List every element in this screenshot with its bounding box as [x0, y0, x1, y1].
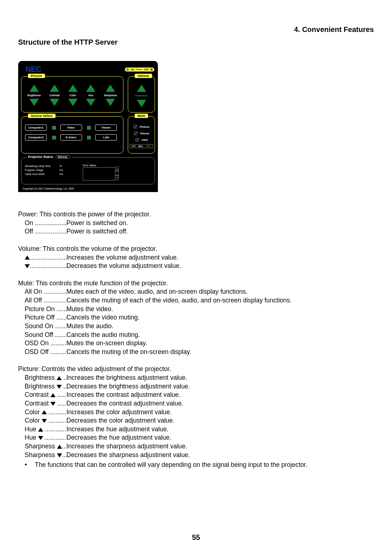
mute-all-label: ALL	[138, 145, 144, 147]
scroll-up-icon[interactable]: ▴	[115, 167, 119, 171]
desc: Cancels the audio muting.	[66, 331, 374, 339]
mute-all-on: ON	[131, 145, 136, 147]
http-server-ui-screenshot: NEC ON Power OFF Picture Brightness	[18, 61, 158, 192]
mute-all-off: OFF	[146, 145, 152, 147]
sharpness-down-icon[interactable]	[106, 99, 115, 106]
source-viewer-button[interactable]: Viewer	[95, 125, 117, 131]
term: Brightness ...	[25, 374, 66, 382]
term: All On ..............	[25, 288, 66, 296]
mute-sound-button[interactable]: Sound	[134, 131, 149, 135]
term: OSD Off ..........	[25, 348, 66, 357]
source-computer1-button[interactable]: Computer1	[25, 125, 47, 131]
mute-group-label: Mute	[135, 114, 148, 118]
term: Picture On .......	[25, 305, 66, 314]
error-status-label: Error Status	[83, 164, 96, 167]
mute-head: Mute: This controls the mute function of…	[18, 279, 374, 288]
volume-down-icon[interactable]	[137, 100, 146, 107]
hue-down-icon[interactable]	[86, 99, 95, 106]
term: On ...................	[25, 219, 66, 228]
triangle-up-icon	[38, 428, 43, 432]
desc: Cancels the muting of the on-screen disp…	[66, 348, 374, 357]
mute-toggle-icon	[135, 138, 139, 142]
color-up-icon[interactable]	[68, 85, 78, 92]
projector-usage-unit: hrs	[60, 168, 68, 172]
source-select-label: Source Select	[28, 114, 56, 118]
volume-description: Volume: This controls the volume of the …	[18, 245, 374, 270]
contrast-down-icon[interactable]	[50, 99, 59, 106]
source-computer2-button[interactable]: Computer2	[25, 134, 47, 140]
term: All Off ..............	[25, 296, 66, 305]
triangle-up-icon	[42, 410, 47, 414]
mute-picture-button[interactable]: Picture	[133, 125, 150, 129]
scroll-down-icon[interactable]: ▾	[115, 175, 119, 180]
mute-picture-label: Picture	[140, 125, 150, 129]
dots: .....................	[30, 262, 66, 269]
mute-sound-label: Sound	[140, 132, 149, 135]
term: Sharpness ...	[25, 451, 66, 460]
source-indicator-icon	[52, 126, 56, 130]
brightness-down-icon[interactable]	[29, 99, 39, 106]
term: Picture Off .......	[25, 313, 66, 322]
brightness-up-icon[interactable]	[29, 85, 39, 92]
term: Color ...........	[25, 408, 66, 417]
mute-group: Mute Picture Sound OSD ON ALL OFF	[128, 116, 155, 154]
projector-status-label: Projector Status	[28, 155, 53, 159]
triangle-down-icon	[50, 402, 56, 406]
bullet-icon: •	[25, 461, 35, 469]
contrast-up-icon[interactable]	[50, 85, 59, 92]
mute-all-control[interactable]: ON ALL OFF	[130, 144, 153, 148]
sharpness-label: Sharpness	[104, 94, 117, 97]
error-status-box	[83, 167, 115, 180]
picture-description: Picture: Controls the video adjustment o…	[18, 365, 374, 469]
mute-osd-button[interactable]: OSD	[135, 138, 148, 142]
mute-toggle-icon	[134, 131, 138, 135]
sharpness-adjust: Sharpness	[104, 85, 117, 106]
hue-adjust: Hue	[86, 85, 95, 106]
term: Off ...................	[25, 227, 66, 236]
volume-head: Volume: This controls the volume of the …	[18, 245, 374, 253]
lamp-hour-label: Lamp Hour Meter	[25, 172, 60, 176]
triangle-up-icon	[25, 256, 30, 260]
volume-up-icon[interactable]	[137, 85, 146, 92]
hue-up-icon[interactable]	[86, 85, 95, 92]
source-lan-button[interactable]: LAN	[95, 134, 117, 140]
dots: .....................	[30, 254, 66, 261]
desc: Increases the brightness adjustment valu…	[66, 374, 374, 382]
volume-group-label: Volume	[135, 74, 152, 78]
refresh-button[interactable]: Refresh	[56, 155, 70, 159]
source-svideo-button[interactable]: S-Video	[60, 134, 82, 140]
volume-group: Volume	[128, 76, 155, 113]
term: Color ...........	[25, 416, 66, 425]
desc: Mutes the on-screen display.	[66, 339, 374, 348]
source-indicator-icon	[87, 126, 91, 130]
power-on-led-icon	[126, 68, 129, 71]
remaining-lamp-label: Remaining Lamp Time	[25, 164, 60, 168]
sharpness-up-icon[interactable]	[106, 85, 115, 92]
power-label: Power	[136, 68, 142, 70]
source-select-group: Source Select Computer1 Video Viewer Com…	[21, 116, 123, 154]
power-off-led-icon	[150, 68, 153, 71]
source-video-button[interactable]: Video	[60, 125, 82, 131]
desc: Decreases the color adjustment value.	[66, 416, 374, 425]
picture-note: The functions that can be controlled wil…	[35, 461, 307, 469]
term: Sharpness ...	[25, 442, 66, 451]
volume-divider	[135, 95, 148, 96]
section-heading: Structure of the HTTP Server	[18, 38, 374, 46]
error-scrollbar[interactable]: ▴▾	[115, 167, 119, 180]
desc: Increases the hue adjustment value.	[66, 425, 374, 434]
power-on-label: ON	[130, 68, 134, 71]
picture-group: Picture Brightness Contrast Color	[21, 76, 123, 113]
desc: Increases the sharpness adjustment value…	[66, 442, 374, 451]
triangle-down-icon	[42, 419, 47, 423]
desc: Decreases the volume adjustment value.	[66, 262, 374, 270]
power-control[interactable]: ON Power OFF	[125, 68, 154, 72]
page-number: 55	[0, 533, 392, 542]
hue-label: Hue	[88, 94, 93, 97]
desc: Decreases the sharpness adjustment value…	[66, 451, 374, 460]
term: OSD On ..........	[25, 339, 66, 348]
desc: Increases the contrast adjustment value.	[66, 391, 374, 399]
triangle-down-icon	[57, 453, 62, 457]
copyright-text: Copyright (C) NEC Viewtechnology, Ltd. 2…	[21, 187, 155, 191]
color-down-icon[interactable]	[68, 99, 78, 106]
picture-head: Picture: Controls the video adjustment o…	[18, 365, 374, 374]
